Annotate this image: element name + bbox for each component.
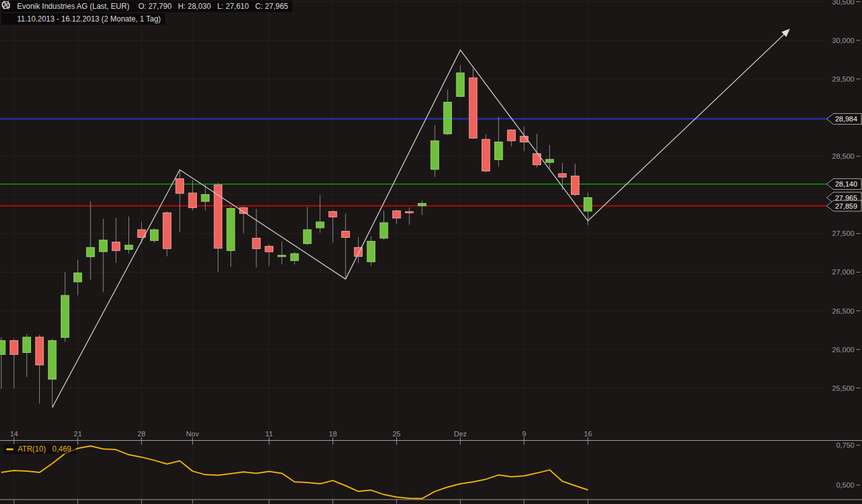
- candle[interactable]: [227, 207, 235, 267]
- candle-body: [87, 247, 95, 257]
- x-axis-tick-label: 21: [74, 430, 82, 438]
- candle-body: [227, 209, 235, 251]
- candle-body: [508, 130, 516, 141]
- candle[interactable]: [0, 337, 5, 389]
- candle[interactable]: [61, 272, 70, 341]
- candle[interactable]: [546, 145, 554, 168]
- y-axis-tick-label: 27,000: [832, 268, 854, 276]
- candle[interactable]: [406, 207, 414, 224]
- candle-body: [316, 222, 325, 228]
- candle-body: [201, 195, 209, 202]
- atr-line-icon: [6, 448, 13, 450]
- candle-body: [253, 238, 261, 249]
- atr-line[interactable]: [1, 446, 588, 498]
- candle[interactable]: [533, 134, 541, 168]
- instrument-header-row: Evonik Industries AG (Last, EUR) O: 27,7…: [1, 1, 292, 12]
- atr-axis-tick-label: 0,750: [836, 441, 854, 449]
- high-value: H: 28,030: [178, 1, 211, 11]
- candle[interactable]: [10, 339, 18, 389]
- candle[interactable]: [482, 134, 490, 172]
- candle[interactable]: [290, 252, 299, 265]
- candle-body: [23, 337, 31, 352]
- candle[interactable]: [469, 68, 477, 138]
- candle[interactable]: [329, 211, 337, 243]
- candle[interactable]: [99, 219, 108, 292]
- price-tag-support-red[interactable]: 27,859: [827, 200, 861, 211]
- y-axis-tick-label: 29,500: [832, 75, 854, 83]
- candle[interactable]: [112, 218, 120, 263]
- candle-body: [495, 142, 503, 160]
- x-axis-tick-label: 28: [137, 430, 146, 438]
- chart-header: Evonik Industries AG (Last, EUR) O: 27,7…: [1, 1, 292, 26]
- candle[interactable]: [495, 117, 503, 167]
- candle[interactable]: [87, 201, 95, 280]
- candle[interactable]: [163, 211, 172, 257]
- atr-axis-tick-label: 0,500: [836, 481, 854, 489]
- candle[interactable]: [431, 125, 439, 177]
- candle-body: [189, 193, 197, 207]
- candle[interactable]: [278, 242, 286, 265]
- candle-body: [342, 231, 350, 238]
- candle[interactable]: [189, 180, 197, 211]
- y-axis-tick-label: 30,000: [832, 37, 854, 44]
- x-axis-tick-label: 11: [265, 430, 273, 438]
- candle-body: [329, 212, 337, 218]
- candle-body: [35, 337, 43, 365]
- x-axis-tick-label: 14: [10, 430, 18, 438]
- atr-legend[interactable]: ATR(10) 0,469: [4, 444, 76, 454]
- price-tag-support-green[interactable]: 28,140: [827, 179, 861, 190]
- candle[interactable]: [265, 245, 273, 266]
- date-axis[interactable]: 142128Nov111825Dez916: [0, 430, 862, 504]
- candle-body: [151, 230, 159, 240]
- candle[interactable]: [380, 211, 388, 240]
- candle[interactable]: [125, 217, 133, 254]
- candle[interactable]: [508, 129, 516, 146]
- y-axis-tick-label: 27,500: [832, 230, 854, 237]
- candle[interactable]: [48, 339, 56, 408]
- candle[interactable]: [456, 66, 465, 97]
- price-chart-canvas[interactable]: 25,50026,00026,50027,00027,50028,00028,5…: [0, 0, 862, 504]
- candle-body: [392, 211, 401, 218]
- candle[interactable]: [74, 260, 82, 295]
- candle-body: [112, 242, 120, 250]
- candle[interactable]: [35, 335, 43, 403]
- y-axis-tick-label: 28,500: [832, 152, 854, 160]
- chart-window: 25,50026,00026,50027,00027,50028,00028,5…: [0, 0, 862, 504]
- trend-zigzag-line[interactable]: [53, 32, 787, 408]
- candle-body: [418, 204, 427, 206]
- price-tag-resistance-blue[interactable]: 28,984: [827, 114, 861, 125]
- x-axis-tick-label: Dez: [454, 430, 467, 438]
- candle[interactable]: [572, 164, 580, 196]
- low-value: L: 27,610: [217, 1, 249, 11]
- x-axis-tick-label: Nov: [186, 430, 199, 438]
- candle[interactable]: [342, 214, 350, 280]
- candle[interactable]: [367, 237, 375, 266]
- candle[interactable]: [444, 90, 452, 135]
- candle-body: [214, 185, 222, 248]
- atr-pane[interactable]: 0,7500,500: [1, 441, 860, 498]
- candle-body: [572, 176, 580, 194]
- candle-body: [469, 78, 477, 138]
- candle[interactable]: [23, 334, 31, 377]
- close-value: C: 27,965: [255, 1, 288, 11]
- candle[interactable]: [418, 200, 427, 215]
- candle-body: [546, 159, 554, 163]
- candle[interactable]: [303, 207, 311, 245]
- candle-body: [367, 242, 375, 262]
- x-axis-tick-label: 18: [329, 430, 337, 438]
- price-tags[interactable]: 28,98428,14027,96527,859: [827, 114, 861, 212]
- candle[interactable]: [151, 228, 159, 243]
- candle-body: [431, 141, 439, 169]
- candle-body: [99, 240, 108, 252]
- candle[interactable]: [392, 210, 401, 224]
- candle-body: [278, 255, 286, 257]
- candle[interactable]: [316, 195, 325, 233]
- candle[interactable]: [253, 209, 261, 267]
- candle[interactable]: [558, 163, 566, 190]
- candle-body: [533, 154, 541, 165]
- candle-body: [0, 341, 5, 355]
- y-axis-tick-label: 25,500: [832, 384, 854, 392]
- period-header-row: 11.10.2013 - 16.12.2013 (2 Monate, 1 Tag…: [1, 13, 165, 25]
- atr-indicator-value: 0,469: [52, 445, 71, 453]
- candle[interactable]: [176, 169, 184, 232]
